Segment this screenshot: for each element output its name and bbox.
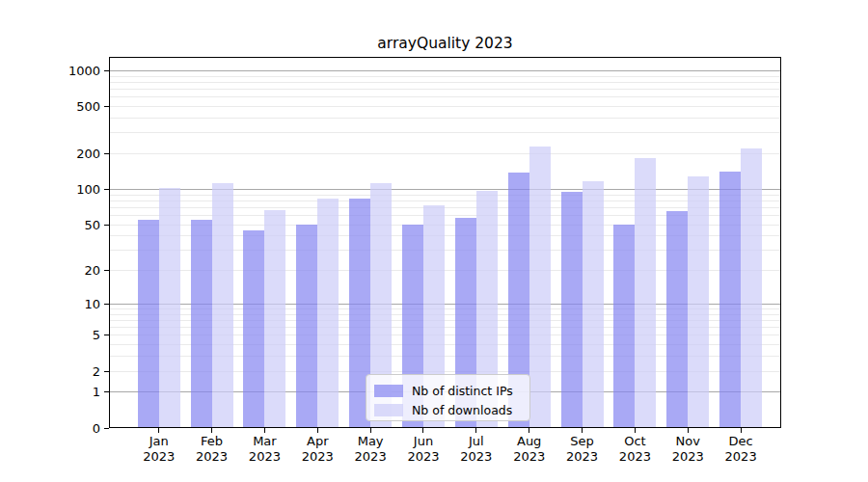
y-tick-mark bbox=[104, 70, 109, 71]
x-tick-label: Jan 2023 bbox=[130, 434, 188, 464]
y-tick-mark bbox=[104, 304, 109, 305]
x-tick-label: Oct 2023 bbox=[606, 434, 664, 464]
x-tick-label: Jun 2023 bbox=[394, 434, 452, 464]
legend-swatch-distinct-ips bbox=[374, 385, 403, 397]
y-tick-mark bbox=[104, 371, 109, 372]
y-tick-label: 1000 bbox=[37, 64, 100, 78]
legend: Nb of distinct IPs Nb of downloads bbox=[366, 374, 530, 421]
y-tick-label: 200 bbox=[37, 147, 100, 161]
y-tick-mark bbox=[104, 428, 109, 429]
x-tick-mark bbox=[529, 428, 529, 433]
legend-swatch-downloads bbox=[374, 404, 403, 416]
y-tick-mark bbox=[104, 391, 109, 392]
y-tick-label: 20 bbox=[37, 263, 100, 278]
x-tick-mark bbox=[582, 428, 583, 433]
legend-label-downloads: Nb of downloads bbox=[412, 403, 512, 418]
x-tick-label: Aug 2023 bbox=[501, 434, 558, 464]
y-tick-label: 5 bbox=[37, 328, 100, 342]
x-tick-label: Jul 2023 bbox=[448, 434, 505, 464]
x-tick-mark bbox=[158, 428, 159, 433]
x-tick-label: Sep 2023 bbox=[554, 434, 611, 464]
x-tick-mark bbox=[422, 428, 423, 433]
x-tick-mark bbox=[688, 428, 689, 433]
legend-item-downloads: Nb of downloads bbox=[374, 401, 529, 419]
y-tick-label: 50 bbox=[37, 218, 100, 232]
y-tick-label: 500 bbox=[37, 99, 100, 114]
y-tick-mark bbox=[104, 106, 109, 107]
x-tick-mark bbox=[475, 428, 476, 433]
y-tick-mark bbox=[104, 335, 109, 335]
x-tick-label: May 2023 bbox=[341, 434, 399, 464]
x-tick-mark bbox=[635, 428, 636, 433]
y-tick-mark bbox=[104, 189, 109, 190]
y-tick-label: 1 bbox=[37, 385, 100, 399]
y-tick-label: 0 bbox=[37, 421, 100, 436]
chart-figure: arrayQuality 2023 1000500200100502010521… bbox=[0, 0, 868, 482]
x-tick-label: Feb 2023 bbox=[183, 434, 241, 464]
legend-label-distinct-ips: Nb of distinct IPs bbox=[412, 384, 513, 399]
y-tick-mark bbox=[104, 270, 109, 271]
y-tick-label: 10 bbox=[37, 297, 100, 311]
x-tick-label: Mar 2023 bbox=[235, 434, 293, 464]
x-tick-label: Apr 2023 bbox=[288, 434, 346, 464]
x-tick-mark bbox=[370, 428, 371, 433]
x-tick-mark bbox=[264, 428, 265, 433]
x-tick-mark bbox=[317, 428, 318, 433]
x-tick-mark bbox=[741, 428, 742, 433]
x-tick-mark bbox=[211, 428, 212, 433]
y-tick-mark bbox=[104, 153, 109, 154]
x-tick-label: Nov 2023 bbox=[659, 434, 717, 464]
y-tick-label: 100 bbox=[37, 182, 100, 197]
y-tick-mark bbox=[104, 225, 109, 226]
legend-item-distinct-ips: Nb of distinct IPs bbox=[374, 382, 529, 400]
y-tick-label: 2 bbox=[37, 364, 100, 379]
x-tick-label: Dec 2023 bbox=[712, 434, 770, 464]
